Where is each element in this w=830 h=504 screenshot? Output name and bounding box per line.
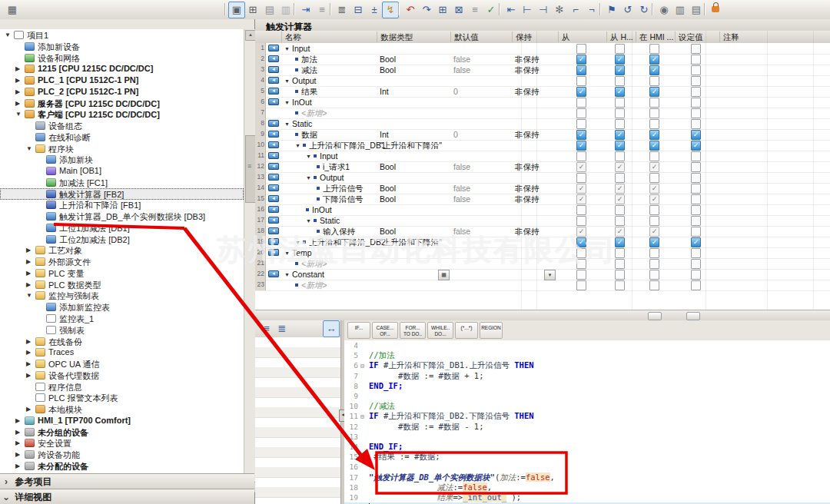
- visibility-checkbox[interactable]: [691, 65, 701, 75]
- visibility-checkbox[interactable]: [691, 270, 701, 280]
- consistency-check-icon[interactable]: ✓: [483, 2, 500, 18]
- tree-item-在线备份[interactable]: ▶在线备份: [0, 336, 244, 347]
- visibility-checkbox[interactable]: [576, 151, 586, 161]
- visibility-checkbox[interactable]: [615, 108, 625, 118]
- tree-item-PLC_2 [CPU 1512C-1 PN][interactable]: ▶PLC_2 [CPU 1512C-1 PN]: [0, 86, 244, 98]
- expand-arrow-icon[interactable]: ▶: [26, 349, 31, 356]
- construct-tab-region[interactable]: REGION: [480, 322, 503, 339]
- know-how-protection-icon[interactable]: [708, 2, 725, 18]
- person-icon[interactable]: ◉: [656, 2, 672, 18]
- retain-cell[interactable]: 非保持: [515, 161, 540, 172]
- construct-tab-while[interactable]: WHILE..DO...: [427, 322, 453, 339]
- member-name[interactable]: 加法: [301, 54, 317, 65]
- member-name[interactable]: 上升沿和下降沿_DB1: [309, 140, 386, 151]
- member-name[interactable]: Output: [292, 75, 317, 86]
- visibility-checkbox[interactable]: ✓: [615, 130, 625, 140]
- table-row[interactable]: 2◄加法Boolfalse非保持✓✓✓: [255, 54, 830, 65]
- code-line-6[interactable]: 6⊟IF #上升沿和下降沿_DB1.上升沿信号 THEN: [344, 360, 830, 370]
- visibility-checkbox[interactable]: [649, 216, 659, 226]
- data-type-cell[interactable]: "上升沿和下降沿": [380, 140, 442, 151]
- collapse-down-button[interactable]: [686, 312, 700, 320]
- construct-tab-case[interactable]: CASE...OF...: [372, 322, 398, 339]
- visibility-checkbox[interactable]: [691, 87, 701, 97]
- column-header-5[interactable]: 从 HMI/OPC..: [558, 32, 610, 42]
- tree-item-PLC 报警文本列表[interactable]: PLC 报警文本列表: [0, 392, 244, 403]
- expand-arrow-icon[interactable]: ▶: [26, 258, 31, 265]
- visibility-checkbox[interactable]: [615, 205, 625, 215]
- visibility-checkbox[interactable]: [649, 119, 659, 129]
- tree-item-Main [OB1][interactable]: Main [OB1]: [0, 165, 244, 177]
- call-undo-icon[interactable]: ↶: [402, 2, 419, 18]
- default-value-cell[interactable]: false: [453, 194, 470, 204]
- tree-item-添加新设备[interactable]: 添加新设备: [0, 41, 244, 52]
- expand-arrow-icon[interactable]: ▶: [26, 372, 31, 379]
- visibility-checkbox[interactable]: ✓: [649, 87, 659, 97]
- undo-circle-icon[interactable]: ↺: [619, 2, 636, 18]
- tree-item-服务器 [CPU 1215C DC/DC/DC][interactable]: ▶服务器 [CPU 1215C DC/DC/DC]: [0, 98, 244, 109]
- retain-cell[interactable]: 非保持: [515, 183, 540, 194]
- column-header-7[interactable]: 在 HMI ...: [636, 32, 679, 42]
- visibility-checkbox[interactable]: [615, 280, 625, 290]
- visibility-checkbox[interactable]: [691, 76, 701, 86]
- expand-arrow-icon[interactable]: ▶: [26, 338, 31, 345]
- section-expand-icon[interactable]: ▼: [284, 100, 290, 105]
- tree-item-在线和诊断[interactable]: 在线和诊断: [0, 131, 244, 143]
- redo-circle-icon[interactable]: ↻: [636, 2, 652, 18]
- clipboard-icon[interactable]: ≡: [314, 2, 330, 18]
- visibility-checkbox[interactable]: ✓: [649, 162, 659, 172]
- visibility-checkbox[interactable]: [576, 108, 586, 118]
- visibility-checkbox[interactable]: [691, 173, 701, 183]
- visibility-checkbox[interactable]: ✓: [649, 65, 659, 75]
- member-name[interactable]: Output: [320, 172, 344, 183]
- expand-arrow-icon[interactable]: ▶: [26, 247, 31, 254]
- expand-arrow-icon[interactable]: ▶: [26, 270, 31, 277]
- table-row[interactable]: 17◄▼Static: [255, 215, 830, 227]
- gears-icon[interactable]: ✻: [551, 2, 568, 18]
- table-row[interactable]: 3◄减法Boolfalse非保持✓✓✓: [255, 65, 830, 76]
- code-line-4[interactable]: 4: [344, 340, 830, 350]
- tree-item-加减法 [FC1][interactable]: 加减法 [FC1]: [0, 177, 244, 188]
- visibility-checkbox[interactable]: [691, 162, 701, 172]
- visibility-checkbox[interactable]: [691, 44, 701, 54]
- visibility-checkbox[interactable]: ✓: [649, 55, 659, 65]
- tree-item-添加新块[interactable]: 添加新块: [0, 154, 244, 165]
- table-row[interactable]: 5◄结果Int0非保持✓✓✓: [255, 86, 830, 98]
- expand-arrow-icon[interactable]: ▶: [26, 281, 31, 288]
- construct-tab-[interactable]: (*...*): [455, 322, 478, 339]
- table-row[interactable]: 14◄上升沿信号Boolfalse非保持✓✓✓: [255, 183, 830, 194]
- scroll-up-icon[interactable]: ▲: [245, 30, 256, 41]
- tree-item-客户端 [CPU 1215C DC/DC/DC][interactable]: ▼客户端 [CPU 1215C DC/DC/DC]: [0, 108, 244, 120]
- code-line-11[interactable]: 11⊟IF #上升沿和下降沿_DB2.下降沿信号 THEN: [344, 411, 830, 421]
- scl-code-editor[interactable]: 45//加法6⊟IF #上升沿和下降沿_DB1.上升沿信号 THEN7 #数据 …: [344, 340, 830, 504]
- column-header-1[interactable]: 名称: [281, 32, 380, 42]
- visibility-checkbox[interactable]: ✓: [615, 55, 625, 65]
- construct-tab-for[interactable]: FOR...TO DO..: [400, 322, 426, 339]
- window-split-icon[interactable]: ▥: [672, 2, 689, 18]
- expand-arrow-icon[interactable]: ▶: [15, 100, 20, 107]
- tree-item-设备和网络[interactable]: 设备和网络: [0, 52, 244, 64]
- collapse-arrow-icon[interactable]: ▼: [26, 292, 32, 299]
- section-expand-icon[interactable]: ▼: [306, 218, 311, 224]
- visibility-checkbox[interactable]: [691, 216, 701, 226]
- expand-arrow-icon[interactable]: ▶: [15, 417, 20, 424]
- retain-cell[interactable]: 非保持: [515, 65, 540, 75]
- default-value-cell[interactable]: 0: [453, 129, 458, 140]
- table-row[interactable]: 9◄数据Int0非保持✓✓✓✓: [255, 129, 830, 141]
- tree-item-工位1加减法 [DB1][interactable]: 工位1加减法 [DB1]: [0, 222, 244, 234]
- insert-network-icon[interactable]: ⇥: [297, 2, 314, 18]
- tree-item-程序块[interactable]: ▼程序块: [0, 143, 244, 154]
- default-value-cell[interactable]: false: [453, 54, 470, 65]
- visibility-checkbox[interactable]: [649, 270, 659, 280]
- flag-icon[interactable]: ⚑: [603, 2, 620, 18]
- visibility-checkbox[interactable]: ✓: [691, 237, 701, 247]
- column-header-6[interactable]: 从 H...: [606, 32, 639, 42]
- table-row[interactable]: 7<新增>: [255, 108, 830, 119]
- visibility-checkbox[interactable]: ✓: [576, 184, 586, 194]
- member-name[interactable]: i_请求1: [323, 161, 350, 172]
- collapse-arrow-icon[interactable]: ▼: [5, 32, 11, 38]
- visibility-checkbox[interactable]: ✓: [615, 65, 625, 75]
- outdent-icon[interactable]: ¬: [583, 2, 600, 18]
- visibility-checkbox[interactable]: [691, 55, 701, 65]
- visibility-checkbox[interactable]: [691, 280, 701, 290]
- stamp-icon[interactable]: ▤: [261, 2, 278, 18]
